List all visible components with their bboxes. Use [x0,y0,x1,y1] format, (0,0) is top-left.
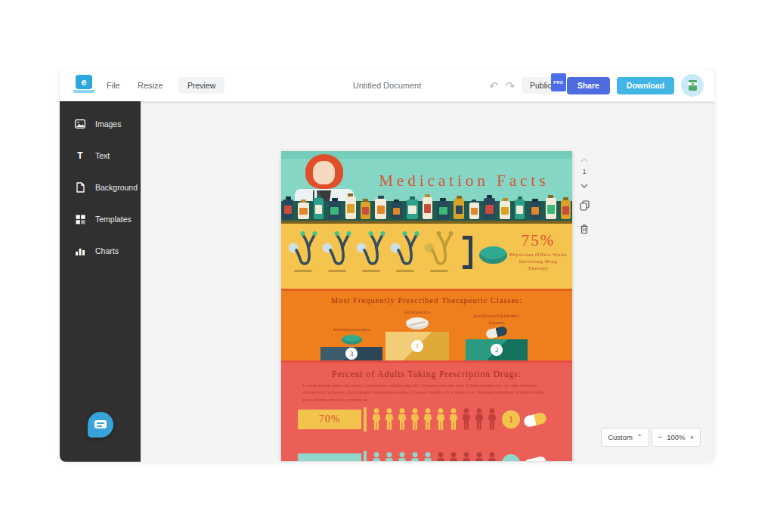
resize-menu[interactable]: Resize [138,70,163,101]
person-icon [447,408,460,431]
medicine-bottle [392,203,402,219]
stethoscope-icon [321,228,353,274]
podium-analgesics: Analgesics 1 [385,309,449,360]
charts-icon [75,246,85,256]
count-badge: 1 [502,410,520,428]
page-number: 1 [582,168,586,175]
medicine-bottle [454,199,464,219]
person-icon [396,408,408,431]
person-icon [370,408,382,431]
left-sidebar: Images T Text Background Templates Chart… [60,101,141,462]
background-icon [75,182,85,193]
public-button[interactable]: Public PRO [522,77,560,94]
medicine-bottle [329,201,341,219]
person-icon [460,452,472,461]
editor-window: e File Resize Preview Untitled Document … [60,70,714,462]
medicine-bottle [515,200,525,219]
stethoscope-icon [287,228,319,274]
chat-icon [94,420,107,428]
percent-banner: 70% [298,410,361,429]
infographic: + Medication Facts [281,151,572,461]
medicine-bottle [561,200,571,219]
therapeutic-classes-section: Most Frequently Prescribed Therapeutic C… [281,291,572,363]
page-up-icon[interactable] [580,153,588,165]
people-row-70: 70% [298,408,563,431]
zoom-stepper: − 100% + [652,428,701,447]
capsule-icon [485,326,508,339]
top-toolbar: e File Resize Preview Untitled Document … [60,70,714,101]
page-down-icon[interactable] [580,178,588,190]
stethoscope-row [287,228,455,274]
canvas-workspace: + Medication Facts [141,101,714,462]
duplicate-page-icon[interactable] [580,200,590,214]
coffee-cup-icon [689,80,697,91]
person-icon [422,408,434,431]
capsule-icon [523,411,548,428]
person-icon [486,452,498,461]
stethoscope-icon [423,228,455,274]
sidebar-label: Charts [95,246,119,255]
sidebar-item-templates[interactable]: Templates [60,203,141,235]
person-icon [422,452,434,461]
public-label: Public [530,81,552,90]
rank-badge: 1 [411,340,423,352]
sidebar-item-background[interactable]: Background [60,172,141,203]
undo-icon[interactable]: ↶ [489,80,499,91]
page-controls: 1 [577,153,592,237]
sidebar-label: Background [95,183,138,192]
zoom-level: 100% [667,433,685,441]
medicine-bottle [283,200,293,219]
rank-badge: 3 [345,348,358,360]
medicine-bottle [484,198,495,219]
app-logo[interactable]: e [73,75,94,93]
person-icon [383,408,395,431]
zoom-bar: Custom ⌃ − 100% + [601,428,701,447]
people-row-2 [298,452,563,461]
podium-antihyperlipidemic: Antihyperlipidemic Agents 2 [466,313,528,360]
medicine-bottle [361,202,370,219]
text-icon: T [75,150,85,161]
pro-badge: PRO [551,73,565,91]
zoom-in-button[interactable]: + [689,433,694,441]
bracket-shape [463,236,472,269]
person-icon [396,452,408,461]
share-button[interactable]: Share [567,77,610,94]
medicine-bottle [437,201,449,219]
rank-badge: 2 [491,344,503,356]
white-tablet-icon [406,317,429,329]
logo-e-icon: e [76,75,92,89]
person-icon [460,408,472,431]
green-pill-icon [479,246,507,264]
medicine-bottle [298,203,309,219]
green-pill-icon [342,335,362,345]
zoom-preset-dropdown[interactable]: Custom ⌃ [601,428,649,447]
chat-widget-button[interactable] [88,412,113,438]
person-icon [486,408,498,431]
preview-button[interactable]: Preview [178,77,224,94]
sidebar-item-text[interactable]: T Text [60,140,141,172]
person-icon [409,452,421,461]
podium-antidepressants: Antidepressants 3 [320,326,382,360]
medicine-bottle [546,198,556,219]
delete-page-icon[interactable] [580,224,589,237]
design-canvas[interactable]: + Medication Facts [281,151,572,461]
sidebar-item-images[interactable]: Images [60,108,141,140]
chevron-up-icon: ⌃ [637,434,642,441]
medicine-bottle [407,200,418,219]
person-icon [473,452,485,461]
user-avatar[interactable] [681,74,704,97]
stethoscope-icon [389,228,421,274]
zoom-out-button[interactable]: − [658,433,663,441]
person-icon [473,408,485,431]
redo-icon[interactable]: ↷ [505,80,515,91]
infographic-title: Medication Facts [361,172,568,190]
document-title[interactable]: Untitled Document [353,70,422,101]
sidebar-label: Templates [95,215,132,224]
file-menu[interactable]: File [107,70,120,101]
zoom-preset-label: Custom [608,433,633,441]
logo-base [73,90,94,93]
templates-icon [75,214,85,224]
person-icon [435,452,447,461]
download-button[interactable]: Download [617,77,674,94]
sidebar-item-charts[interactable]: Charts [60,235,141,267]
